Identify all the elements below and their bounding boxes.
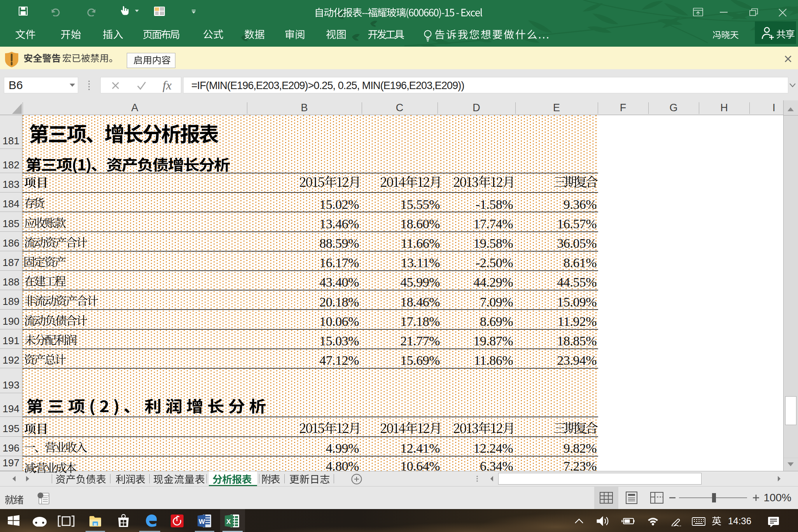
svg-text:W: W — [199, 518, 205, 525]
